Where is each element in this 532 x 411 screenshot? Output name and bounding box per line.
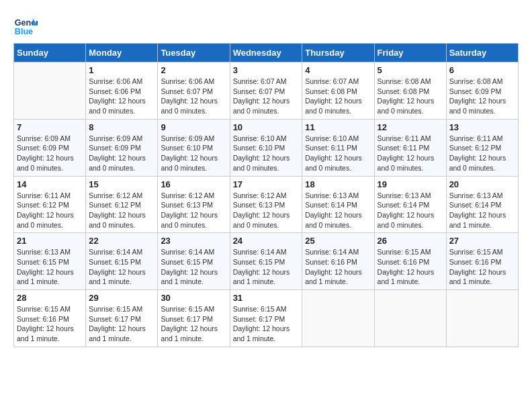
calendar-day-cell: 10Sunrise: 6:10 AMSunset: 6:10 PMDayligh… bbox=[230, 119, 302, 176]
day-number: 22 bbox=[89, 236, 154, 246]
calendar-day-cell: 21Sunrise: 6:13 AMSunset: 6:15 PMDayligh… bbox=[14, 233, 86, 290]
day-number: 11 bbox=[305, 122, 371, 132]
day-detail: Sunrise: 6:11 AMSunset: 6:12 PMDaylight:… bbox=[449, 134, 515, 173]
day-number: 12 bbox=[378, 122, 443, 132]
day-detail: Sunrise: 6:06 AMSunset: 6:07 PMDaylight:… bbox=[161, 77, 226, 116]
weekday-header: Sunday bbox=[14, 44, 86, 62]
calendar-day-cell: 18Sunrise: 6:13 AMSunset: 6:14 PMDayligh… bbox=[302, 176, 374, 233]
day-number: 2 bbox=[161, 65, 226, 75]
day-detail: Sunrise: 6:15 AMSunset: 6:16 PMDaylight:… bbox=[449, 247, 515, 287]
calendar-header: SundayMondayTuesdayWednesdayThursdayFrid… bbox=[14, 44, 519, 62]
calendar-week-row: 7Sunrise: 6:09 AMSunset: 6:09 PMDaylight… bbox=[14, 119, 519, 176]
calendar-week-row: 14Sunrise: 6:11 AMSunset: 6:12 PMDayligh… bbox=[14, 176, 519, 233]
calendar-day-cell: 6Sunrise: 6:08 AMSunset: 6:09 PMDaylight… bbox=[446, 62, 518, 120]
calendar-day-cell bbox=[302, 290, 374, 347]
calendar-day-cell: 11Sunrise: 6:10 AMSunset: 6:11 PMDayligh… bbox=[302, 119, 374, 176]
calendar-day-cell: 22Sunrise: 6:14 AMSunset: 6:15 PMDayligh… bbox=[86, 233, 158, 290]
day-detail: Sunrise: 6:09 AMSunset: 6:10 PMDaylight:… bbox=[161, 134, 226, 173]
day-number: 20 bbox=[449, 179, 515, 189]
day-number: 30 bbox=[161, 293, 226, 303]
day-number: 27 bbox=[449, 236, 515, 246]
calendar-day-cell: 26Sunrise: 6:15 AMSunset: 6:16 PMDayligh… bbox=[374, 233, 446, 290]
calendar-day-cell: 15Sunrise: 6:12 AMSunset: 6:12 PMDayligh… bbox=[86, 176, 158, 233]
weekday-header: Thursday bbox=[302, 44, 374, 62]
day-number: 24 bbox=[233, 236, 300, 246]
day-detail: Sunrise: 6:07 AMSunset: 6:08 PMDaylight:… bbox=[305, 77, 371, 116]
page-header: General Blue bbox=[13, 13, 519, 38]
day-number: 31 bbox=[233, 293, 300, 303]
day-detail: Sunrise: 6:09 AMSunset: 6:09 PMDaylight:… bbox=[89, 134, 154, 173]
calendar-day-cell: 2Sunrise: 6:06 AMSunset: 6:07 PMDaylight… bbox=[158, 62, 230, 120]
day-number: 5 bbox=[378, 65, 443, 75]
day-number: 10 bbox=[233, 122, 300, 132]
calendar-day-cell bbox=[14, 62, 86, 120]
day-detail: Sunrise: 6:13 AMSunset: 6:14 PMDaylight:… bbox=[449, 191, 515, 230]
calendar-day-cell bbox=[374, 290, 446, 347]
calendar-day-cell: 3Sunrise: 6:07 AMSunset: 6:07 PMDaylight… bbox=[230, 62, 302, 120]
calendar-day-cell: 19Sunrise: 6:13 AMSunset: 6:14 PMDayligh… bbox=[374, 176, 446, 233]
day-number: 29 bbox=[89, 293, 154, 303]
day-number: 26 bbox=[378, 236, 443, 246]
calendar-day-cell: 8Sunrise: 6:09 AMSunset: 6:09 PMDaylight… bbox=[86, 119, 158, 176]
weekday-header: Tuesday bbox=[158, 44, 230, 62]
calendar-day-cell: 30Sunrise: 6:15 AMSunset: 6:17 PMDayligh… bbox=[158, 290, 230, 347]
calendar-day-cell: 13Sunrise: 6:11 AMSunset: 6:12 PMDayligh… bbox=[446, 119, 518, 176]
day-detail: Sunrise: 6:08 AMSunset: 6:09 PMDaylight:… bbox=[449, 77, 515, 116]
day-number: 18 bbox=[305, 179, 371, 189]
calendar-day-cell: 27Sunrise: 6:15 AMSunset: 6:16 PMDayligh… bbox=[446, 233, 518, 290]
day-detail: Sunrise: 6:11 AMSunset: 6:11 PMDaylight:… bbox=[378, 134, 443, 173]
calendar-week-row: 28Sunrise: 6:15 AMSunset: 6:16 PMDayligh… bbox=[14, 290, 519, 347]
calendar-day-cell: 4Sunrise: 6:07 AMSunset: 6:08 PMDaylight… bbox=[302, 62, 374, 120]
day-number: 19 bbox=[378, 179, 443, 189]
day-number: 23 bbox=[161, 236, 226, 246]
calendar-day-cell: 5Sunrise: 6:08 AMSunset: 6:08 PMDaylight… bbox=[374, 62, 446, 120]
weekday-header: Monday bbox=[86, 44, 158, 62]
calendar-day-cell: 23Sunrise: 6:14 AMSunset: 6:15 PMDayligh… bbox=[158, 233, 230, 290]
svg-text:Blue: Blue bbox=[15, 27, 33, 36]
calendar-day-cell: 7Sunrise: 6:09 AMSunset: 6:09 PMDaylight… bbox=[14, 119, 86, 176]
day-number: 17 bbox=[233, 179, 300, 189]
day-number: 21 bbox=[17, 236, 83, 246]
day-detail: Sunrise: 6:12 AMSunset: 6:13 PMDaylight:… bbox=[233, 191, 300, 230]
weekday-header: Wednesday bbox=[230, 44, 302, 62]
day-detail: Sunrise: 6:10 AMSunset: 6:11 PMDaylight:… bbox=[305, 134, 371, 173]
logo: General Blue bbox=[13, 13, 40, 38]
day-detail: Sunrise: 6:10 AMSunset: 6:10 PMDaylight:… bbox=[233, 134, 300, 173]
day-number: 28 bbox=[17, 293, 83, 303]
day-detail: Sunrise: 6:15 AMSunset: 6:16 PMDaylight:… bbox=[17, 304, 83, 344]
calendar-day-cell: 17Sunrise: 6:12 AMSunset: 6:13 PMDayligh… bbox=[230, 176, 302, 233]
day-number: 8 bbox=[89, 122, 154, 132]
calendar-day-cell bbox=[446, 290, 518, 347]
calendar-day-cell: 29Sunrise: 6:15 AMSunset: 6:17 PMDayligh… bbox=[86, 290, 158, 347]
day-number: 9 bbox=[161, 122, 226, 132]
day-detail: Sunrise: 6:14 AMSunset: 6:15 PMDaylight:… bbox=[233, 247, 300, 287]
day-detail: Sunrise: 6:15 AMSunset: 6:17 PMDaylight:… bbox=[233, 304, 300, 344]
day-number: 4 bbox=[305, 65, 371, 75]
day-detail: Sunrise: 6:14 AMSunset: 6:15 PMDaylight:… bbox=[161, 247, 226, 287]
day-detail: Sunrise: 6:09 AMSunset: 6:09 PMDaylight:… bbox=[17, 134, 83, 173]
day-detail: Sunrise: 6:06 AMSunset: 6:06 PMDaylight:… bbox=[89, 77, 154, 116]
day-detail: Sunrise: 6:13 AMSunset: 6:14 PMDaylight:… bbox=[305, 191, 371, 230]
day-detail: Sunrise: 6:15 AMSunset: 6:16 PMDaylight:… bbox=[378, 247, 443, 287]
day-number: 14 bbox=[17, 179, 83, 189]
calendar-day-cell: 20Sunrise: 6:13 AMSunset: 6:14 PMDayligh… bbox=[446, 176, 518, 233]
calendar-day-cell: 14Sunrise: 6:11 AMSunset: 6:12 PMDayligh… bbox=[14, 176, 86, 233]
day-number: 1 bbox=[89, 65, 154, 75]
calendar-day-cell: 28Sunrise: 6:15 AMSunset: 6:16 PMDayligh… bbox=[14, 290, 86, 347]
day-detail: Sunrise: 6:08 AMSunset: 6:08 PMDaylight:… bbox=[378, 77, 443, 116]
calendar-week-row: 1Sunrise: 6:06 AMSunset: 6:06 PMDaylight… bbox=[14, 62, 519, 120]
day-detail: Sunrise: 6:13 AMSunset: 6:14 PMDaylight:… bbox=[378, 191, 443, 230]
calendar-day-cell: 9Sunrise: 6:09 AMSunset: 6:10 PMDaylight… bbox=[158, 119, 230, 176]
day-detail: Sunrise: 6:14 AMSunset: 6:16 PMDaylight:… bbox=[305, 247, 371, 287]
weekday-header: Friday bbox=[374, 44, 446, 62]
day-number: 6 bbox=[449, 65, 515, 75]
day-detail: Sunrise: 6:13 AMSunset: 6:15 PMDaylight:… bbox=[17, 247, 83, 287]
day-detail: Sunrise: 6:12 AMSunset: 6:13 PMDaylight:… bbox=[161, 191, 226, 230]
day-detail: Sunrise: 6:12 AMSunset: 6:12 PMDaylight:… bbox=[89, 191, 154, 230]
calendar-table: SundayMondayTuesdayWednesdayThursdayFrid… bbox=[13, 43, 519, 347]
calendar-week-row: 21Sunrise: 6:13 AMSunset: 6:15 PMDayligh… bbox=[14, 233, 519, 290]
calendar-day-cell: 31Sunrise: 6:15 AMSunset: 6:17 PMDayligh… bbox=[230, 290, 302, 347]
day-number: 25 bbox=[305, 236, 371, 246]
day-detail: Sunrise: 6:15 AMSunset: 6:17 PMDaylight:… bbox=[161, 304, 226, 344]
day-detail: Sunrise: 6:07 AMSunset: 6:07 PMDaylight:… bbox=[233, 77, 300, 116]
